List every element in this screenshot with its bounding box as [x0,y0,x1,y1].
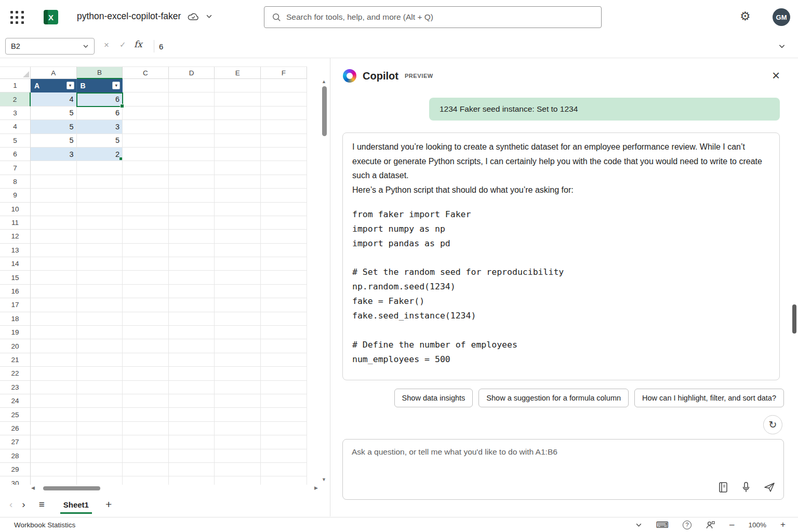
cell-B24[interactable] [77,394,123,408]
cell-A19[interactable] [31,326,77,339]
select-all-corner[interactable] [0,66,31,79]
row-header-6[interactable]: 6 [0,148,31,161]
name-box-chevron-icon[interactable] [83,43,89,49]
cell-C14[interactable] [123,257,169,271]
cell-E2[interactable] [215,92,261,106]
horizontal-scrollbar[interactable]: ◀ ▶ [30,485,319,493]
send-icon[interactable] [764,482,775,493]
cell-F13[interactable] [261,244,307,257]
cell-B9[interactable] [77,189,123,202]
row-header-18[interactable]: 18 [0,312,31,326]
cell-F16[interactable] [261,285,307,298]
cell-F17[interactable] [261,298,307,312]
cell-D26[interactable] [169,422,215,435]
cell-C10[interactable] [123,203,169,216]
cell-B8[interactable] [77,175,123,189]
cell-B19[interactable] [77,326,123,339]
cell-F20[interactable] [261,339,307,353]
cell-B17[interactable] [77,298,123,312]
cell-E3[interactable] [215,107,261,120]
cell-E5[interactable] [215,134,261,148]
cell-C6[interactable] [123,148,169,161]
cell-A15[interactable] [31,271,77,284]
cell-D8[interactable] [169,175,215,189]
cell-F7[interactable] [261,161,307,175]
cell-B11[interactable] [77,216,123,230]
help-icon[interactable]: ? [683,521,691,529]
zoom-out-icon[interactable]: – [729,520,734,530]
column-header-F[interactable]: F [261,66,307,79]
cell-D5[interactable] [169,134,215,148]
cell-B5[interactable]: 5 [77,134,123,148]
copilot-close-icon[interactable]: × [772,69,780,82]
row-header-19[interactable]: 19 [0,326,31,339]
cell-F10[interactable] [261,203,307,216]
zoom-level[interactable]: 100% [749,521,767,529]
column-header-E[interactable]: E [215,66,261,79]
cell-D25[interactable] [169,408,215,421]
settings-gear-icon[interactable]: ⚙ [740,9,751,23]
cell-D3[interactable] [169,107,215,120]
cell-E24[interactable] [215,394,261,408]
cell-F5[interactable] [261,134,307,148]
row-header-11[interactable]: 11 [0,216,31,230]
cell-D17[interactable] [169,298,215,312]
add-sheet-icon[interactable]: + [105,498,112,511]
cell-D20[interactable] [169,339,215,353]
row-header-26[interactable]: 26 [0,422,31,435]
cell-F21[interactable] [261,353,307,367]
cell-D27[interactable] [169,435,215,449]
copilot-chat-input-box[interactable] [342,439,784,500]
cell-C12[interactable] [123,230,169,243]
cell-A10[interactable] [31,203,77,216]
cell-B30[interactable] [77,476,123,485]
cell-C2[interactable] [123,92,169,106]
cell-A22[interactable] [31,367,77,380]
row-header-16[interactable]: 16 [0,285,31,298]
cell-C30[interactable] [123,476,169,485]
cell-C19[interactable] [123,326,169,339]
cell-B7[interactable] [77,161,123,175]
cell-E18[interactable] [215,312,261,326]
cell-C18[interactable] [123,312,169,326]
vertical-scrollbar[interactable]: ▲ ▼ [320,78,329,483]
cell-D15[interactable] [169,271,215,284]
keyboard-shortcuts-icon[interactable]: ⌨ [656,520,669,530]
cell-C26[interactable] [123,422,169,435]
filter-dropdown-icon[interactable]: ▾ [66,82,74,89]
cell-F28[interactable] [261,449,307,463]
cell-F22[interactable] [261,367,307,380]
row-header-3[interactable]: 3 [0,107,31,120]
row-header-4[interactable]: 4 [0,120,31,134]
cell-D7[interactable] [169,161,215,175]
cell-F27[interactable] [261,435,307,449]
cell-C16[interactable] [123,285,169,298]
row-header-22[interactable]: 22 [0,367,31,380]
name-box[interactable]: B2 [5,38,95,55]
cell-C28[interactable] [123,449,169,463]
app-launcher-icon[interactable] [9,10,25,24]
chip-highlight-filter-sort[interactable]: How can I highlight, filter, and sort da… [634,389,784,407]
cell-E1[interactable] [215,79,261,92]
cell-B23[interactable] [77,381,123,394]
cell-A9[interactable] [31,189,77,202]
cell-E4[interactable] [215,120,261,134]
cell-A29[interactable] [31,463,77,476]
prev-sheet-icon[interactable]: ‹ [9,499,12,510]
cell-A23[interactable] [31,381,77,394]
cell-C3[interactable] [123,107,169,120]
cell-F11[interactable] [261,216,307,230]
table-resize-handle[interactable] [119,157,122,160]
cell-C1[interactable] [123,79,169,92]
cell-A26[interactable] [31,422,77,435]
confirm-entry-icon[interactable]: ✓ [119,40,126,49]
cell-F12[interactable] [261,230,307,243]
search-input[interactable] [286,12,594,22]
cell-D14[interactable] [169,257,215,271]
cell-A24[interactable] [31,394,77,408]
cell-D28[interactable] [169,449,215,463]
row-header-15[interactable]: 15 [0,271,31,284]
search-bar[interactable] [264,6,602,28]
copilot-scrollbar-thumb[interactable] [792,304,796,334]
cell-E7[interactable] [215,161,261,175]
